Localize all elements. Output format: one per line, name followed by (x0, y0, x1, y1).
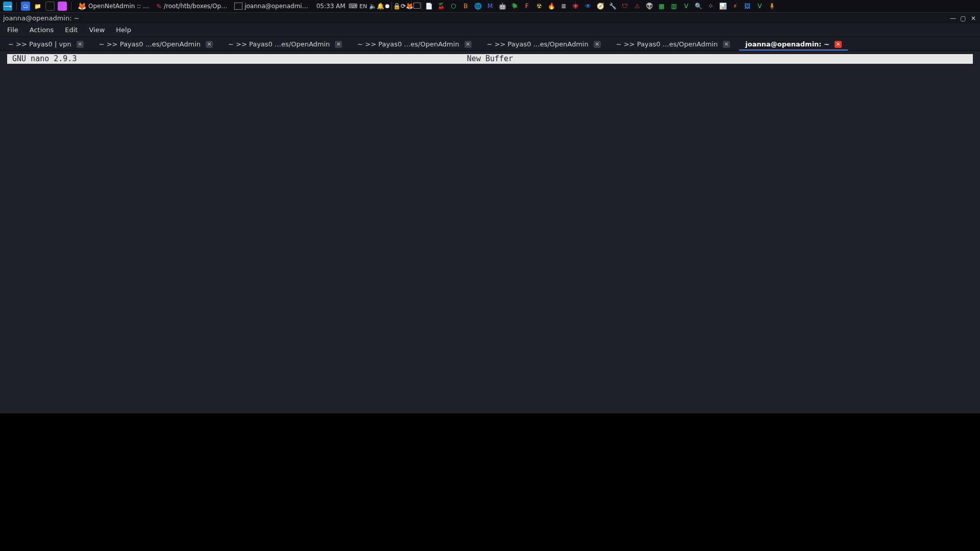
lock-icon[interactable]: 🔒 (393, 3, 401, 10)
menu-help[interactable]: Help (111, 24, 136, 35)
task-label: OpenNetAdmin :: … (88, 3, 149, 10)
files-icon[interactable]: 📁 (33, 2, 42, 11)
bottom-black-bar (0, 413, 980, 551)
tab-label: ~ >> Payas0 …es/OpenAdmin (99, 40, 201, 48)
person-icon[interactable]: 🧍 (767, 2, 776, 11)
terminal-tab[interactable]: ~ >> Payas0 …es/OpenAdmin ✕ (610, 38, 736, 51)
refresh-icon[interactable]: ⟳ (401, 3, 406, 10)
terminal-tab[interactable]: ~ >> Payas0 …es/OpenAdmin ✕ (481, 38, 607, 51)
firefox-icon: 🦊 (78, 2, 86, 10)
tab-label: ~ >> Payas0 …es/OpenAdmin (487, 40, 589, 48)
fire-icon[interactable]: 🔥 (547, 2, 556, 11)
tab-label: ~ >> Payas0 …es/OpenAdmin (228, 40, 330, 48)
wrench-icon[interactable]: 🔧 (608, 2, 617, 11)
search-icon[interactable]: 🔍 (694, 2, 703, 11)
system-tray: 📄 🍒 ⬡ B 🌐 M 🤖 🪲 F ☢ 🔥 ≣ 🕷 👁 🧭 🔧 🛡 ⚠ 👽 ▦ … (424, 2, 776, 11)
clock[interactable]: 05:33 AM (313, 3, 349, 10)
close-tab-icon[interactable]: ✕ (723, 41, 730, 48)
terminal-tray-icon[interactable] (413, 3, 421, 10)
bug-icon[interactable]: 🪲 (510, 2, 519, 11)
taskbar: 🦊 OpenNetAdmin :: … ✎ /root/htb/boxes/Op… (72, 2, 313, 10)
task-label: /root/htb/boxes/Op… (164, 3, 227, 10)
terminal-icon (234, 3, 242, 10)
volume-icon[interactable]: 🔈 (369, 3, 377, 10)
start-menu-icon[interactable]: ⟶ (3, 2, 12, 11)
terminal-tab[interactable]: ~ >> Payas0 …es/OpenAdmin ✕ (351, 38, 477, 51)
spider-icon[interactable]: 🕷 (571, 2, 580, 11)
close-tab-icon[interactable]: ✕ (77, 41, 84, 48)
picture-icon[interactable]: 🖼 (743, 2, 752, 11)
close-tab-icon[interactable]: ✕ (835, 41, 842, 48)
nano-buffer-title: New Buffer (467, 54, 513, 64)
file-manager-icon[interactable]: 🗂 (21, 2, 30, 11)
terminal-tabstrip: ~ >> Payas0 | vpn ✕ ~ >> Payas0 …es/Open… (0, 37, 980, 51)
burp-icon[interactable]: B (461, 2, 470, 11)
menubar: File Actions Edit View Help (0, 23, 980, 37)
eye-icon[interactable]: 👁 (583, 2, 593, 11)
menu-actions[interactable]: Actions (24, 24, 59, 35)
cherry-icon[interactable]: 🍒 (436, 2, 446, 11)
nodes-icon[interactable]: ⬡ (449, 2, 458, 11)
window-title: joanna@openadmin: ~ (3, 14, 80, 22)
close-button[interactable]: ✕ (970, 15, 977, 22)
menu-view[interactable]: View (84, 24, 110, 35)
shield-red-icon[interactable]: 🛡 (620, 2, 629, 11)
tab-label: ~ >> Payas0 …es/OpenAdmin (357, 40, 459, 48)
alert-icon[interactable]: ⚠ (632, 2, 642, 11)
compass-icon[interactable]: 🧭 (596, 2, 605, 11)
close-tab-icon[interactable]: ✕ (464, 41, 472, 48)
notifications-icon[interactable]: 🔔 (377, 3, 384, 10)
system-panel: ⟶ 🗂 📁 🦊 OpenNetAdmin :: … ✎ /root/htb/bo… (0, 0, 980, 12)
matrix-icon[interactable]: ▥ (669, 2, 678, 11)
note-icon[interactable]: 📄 (424, 2, 433, 11)
vim2-icon[interactable]: V (755, 2, 764, 11)
leafpad-icon: ✎ (156, 3, 162, 10)
task-leafpad[interactable]: ✎ /root/htb/boxes/Op… (154, 3, 229, 10)
bolt-icon[interactable]: ⚡ (730, 2, 740, 11)
tab-label: ~ >> Payas0 …es/OpenAdmin (616, 40, 718, 48)
terminal-tab[interactable]: ~ >> Payas0 …es/OpenAdmin ✕ (222, 38, 348, 51)
alien-icon[interactable]: 👽 (645, 2, 654, 11)
terminal-tab-active[interactable]: joanna@openadmin: ~ ✕ (739, 38, 848, 51)
nano-header-bar: GNU nano 2.9.3 New Buffer (7, 54, 973, 64)
terminal-tab[interactable]: ~ >> Payas0 | vpn ✕ (2, 38, 90, 51)
android-icon[interactable]: 🤖 (498, 2, 507, 11)
record-icon[interactable]: ⏺ (384, 3, 390, 10)
layers-icon[interactable]: ≣ (559, 2, 568, 11)
flame-icon[interactable]: F (522, 2, 531, 11)
language-indicator[interactable]: EN (357, 3, 369, 10)
firefox-tray-icon[interactable]: 🦊 (406, 3, 413, 10)
metasploit-icon[interactable]: M (485, 2, 495, 11)
vim-icon[interactable]: V (681, 2, 691, 11)
nano-version: GNU nano 2.9.3 (7, 54, 77, 64)
menu-edit[interactable]: Edit (60, 24, 83, 35)
chip-icon[interactable]: ▦ (657, 2, 666, 11)
task-label: joanna@openadmi… (244, 3, 308, 10)
menu-file[interactable]: File (2, 24, 23, 35)
maximize-button[interactable]: ▢ (960, 15, 967, 22)
tab-label: joanna@openadmin: ~ (745, 40, 829, 48)
task-terminal[interactable]: joanna@openadmi… (232, 3, 310, 10)
chart-icon[interactable]: 📊 (718, 2, 727, 11)
close-tab-icon[interactable]: ✕ (206, 41, 213, 48)
close-tab-icon[interactable]: ✕ (335, 41, 342, 48)
minimize-button[interactable]: — (949, 15, 957, 22)
keyboard-icon[interactable]: ⌨ (349, 3, 357, 10)
window-titlebar: joanna@openadmin: ~ — ▢ ✕ (0, 12, 980, 23)
screen-recorder-icon[interactable] (58, 2, 67, 11)
radiation-icon[interactable]: ☢ (534, 2, 544, 11)
task-firefox[interactable]: 🦊 OpenNetAdmin :: … (76, 2, 151, 10)
globe-icon[interactable]: 🌐 (473, 2, 482, 11)
terminal-tab[interactable]: ~ >> Payas0 …es/OpenAdmin ✕ (93, 38, 219, 51)
terminal-launcher-icon[interactable] (45, 2, 55, 11)
close-tab-icon[interactable]: ✕ (594, 41, 601, 48)
tab-label: ~ >> Payas0 | vpn (8, 40, 71, 48)
dots-icon[interactable]: ⁘ (706, 2, 715, 11)
